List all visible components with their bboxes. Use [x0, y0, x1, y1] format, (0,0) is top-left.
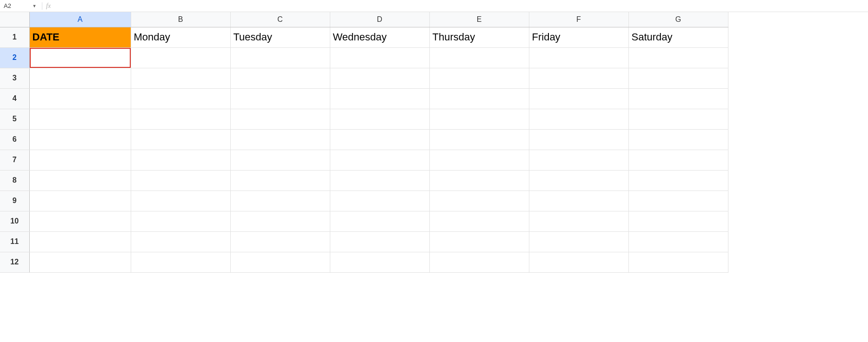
cell-F5[interactable] — [529, 109, 628, 129]
cell-A12[interactable] — [29, 252, 131, 272]
row-header-4[interactable]: 4 — [0, 88, 29, 109]
cell-E8[interactable] — [429, 170, 529, 191]
cell-F10[interactable] — [529, 211, 628, 231]
cell-A3[interactable] — [29, 68, 131, 88]
cell-D3[interactable] — [330, 68, 429, 88]
cell-C11[interactable] — [230, 231, 330, 252]
cell-B11[interactable] — [131, 231, 230, 252]
cell-E7[interactable] — [429, 150, 529, 170]
cell-F2[interactable] — [529, 47, 628, 68]
row-header-11[interactable]: 11 — [0, 231, 29, 252]
cell-E9[interactable] — [429, 191, 529, 211]
cell-C10[interactable] — [230, 211, 330, 231]
cell-G12[interactable] — [628, 252, 728, 272]
cell-F7[interactable] — [529, 150, 628, 170]
name-box-dropdown-icon[interactable]: ▼ — [31, 4, 38, 8]
cell-D7[interactable] — [330, 150, 429, 170]
row-header-1[interactable]: 1 — [0, 27, 29, 47]
cell-C1[interactable]: Tuesday — [230, 27, 330, 47]
cell-A7[interactable] — [29, 150, 131, 170]
cell-A4[interactable] — [29, 88, 131, 109]
cell-F4[interactable] — [529, 88, 628, 109]
cell-A10[interactable] — [29, 211, 131, 231]
cell-G2[interactable] — [628, 47, 728, 68]
cell-B9[interactable] — [131, 191, 230, 211]
cell-G9[interactable] — [628, 191, 728, 211]
cell-D1[interactable]: Wednesday — [330, 27, 429, 47]
cell-E1[interactable]: Thursday — [429, 27, 529, 47]
cell-C9[interactable] — [230, 191, 330, 211]
cell-A2[interactable] — [29, 47, 131, 68]
cell-G10[interactable] — [628, 211, 728, 231]
cell-D2[interactable] — [330, 47, 429, 68]
row-header-9[interactable]: 9 — [0, 191, 29, 211]
cell-E12[interactable] — [429, 252, 529, 272]
cell-E2[interactable] — [429, 47, 529, 68]
cell-C5[interactable] — [230, 109, 330, 129]
cell-D5[interactable] — [330, 109, 429, 129]
cell-B7[interactable] — [131, 150, 230, 170]
cell-F1[interactable]: Friday — [529, 27, 628, 47]
cell-A9[interactable] — [29, 191, 131, 211]
cell-B12[interactable] — [131, 252, 230, 272]
cell-C12[interactable] — [230, 252, 330, 272]
cell-E6[interactable] — [429, 129, 529, 150]
cell-D8[interactable] — [330, 170, 429, 191]
cell-F11[interactable] — [529, 231, 628, 252]
column-header-C[interactable]: C — [230, 12, 330, 27]
cell-C8[interactable] — [230, 170, 330, 191]
cell-D11[interactable] — [330, 231, 429, 252]
cell-F12[interactable] — [529, 252, 628, 272]
row-header-8[interactable]: 8 — [0, 170, 29, 191]
row-header-10[interactable]: 10 — [0, 211, 29, 231]
cell-C4[interactable] — [230, 88, 330, 109]
cell-E4[interactable] — [429, 88, 529, 109]
column-header-B[interactable]: B — [131, 12, 230, 27]
cell-G11[interactable] — [628, 231, 728, 252]
cell-B3[interactable] — [131, 68, 230, 88]
cell-F6[interactable] — [529, 129, 628, 150]
column-header-D[interactable]: D — [330, 12, 429, 27]
cell-C6[interactable] — [230, 129, 330, 150]
cell-E11[interactable] — [429, 231, 529, 252]
row-header-12[interactable]: 12 — [0, 252, 29, 272]
cell-C3[interactable] — [230, 68, 330, 88]
cell-B4[interactable] — [131, 88, 230, 109]
cell-D4[interactable] — [330, 88, 429, 109]
column-header-A[interactable]: A — [29, 12, 131, 27]
cell-B6[interactable] — [131, 129, 230, 150]
cell-G1[interactable]: Saturday — [628, 27, 728, 47]
cell-F3[interactable] — [529, 68, 628, 88]
row-header-5[interactable]: 5 — [0, 109, 29, 129]
formula-input[interactable] — [53, 0, 868, 12]
cell-F9[interactable] — [529, 191, 628, 211]
cell-A8[interactable] — [29, 170, 131, 191]
cell-G3[interactable] — [628, 68, 728, 88]
column-header-G[interactable]: G — [628, 12, 728, 27]
cell-E5[interactable] — [429, 109, 529, 129]
cell-C7[interactable] — [230, 150, 330, 170]
cell-D10[interactable] — [330, 211, 429, 231]
cell-A11[interactable] — [29, 231, 131, 252]
row-header-7[interactable]: 7 — [0, 150, 29, 170]
cell-D9[interactable] — [330, 191, 429, 211]
cell-G6[interactable] — [628, 129, 728, 150]
cell-G4[interactable] — [628, 88, 728, 109]
select-all-corner[interactable] — [0, 12, 29, 27]
cell-B1[interactable]: Monday — [131, 27, 230, 47]
cell-G5[interactable] — [628, 109, 728, 129]
name-box[interactable]: A2 — [3, 2, 31, 9]
cell-A1[interactable]: DATE — [29, 27, 131, 47]
cell-B10[interactable] — [131, 211, 230, 231]
column-header-E[interactable]: E — [429, 12, 529, 27]
column-header-F[interactable]: F — [529, 12, 628, 27]
row-header-2[interactable]: 2 — [0, 47, 29, 68]
cell-B5[interactable] — [131, 109, 230, 129]
cell-A5[interactable] — [29, 109, 131, 129]
row-header-3[interactable]: 3 — [0, 68, 29, 88]
cell-E10[interactable] — [429, 211, 529, 231]
cell-B8[interactable] — [131, 170, 230, 191]
cell-G7[interactable] — [628, 150, 728, 170]
cell-G8[interactable] — [628, 170, 728, 191]
cell-D12[interactable] — [330, 252, 429, 272]
